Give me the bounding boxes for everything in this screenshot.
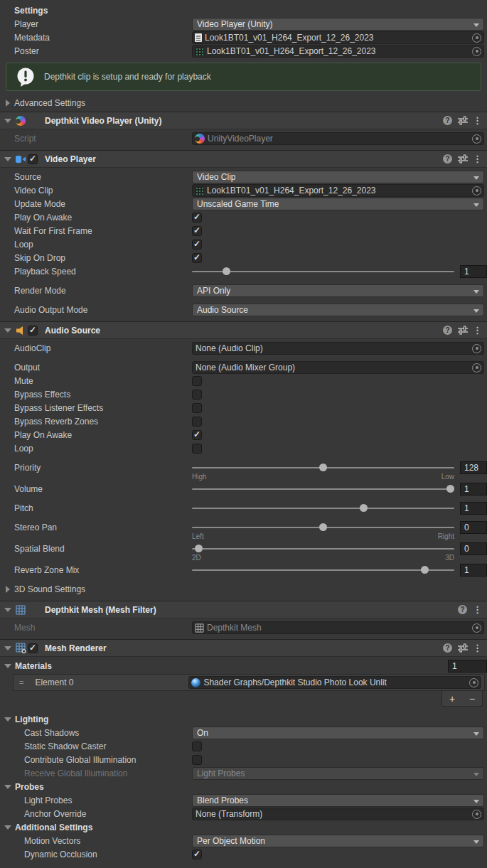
foldout-open-icon[interactable]	[4, 825, 11, 830]
cast-shadows-dropdown[interactable]: On	[192, 727, 484, 739]
foldout-open-icon[interactable]	[4, 157, 11, 161]
foldout-label[interactable]: Additional Settings	[15, 823, 92, 832]
kebab-icon[interactable]: ⋮	[472, 643, 483, 653]
kebab-icon[interactable]: ⋮	[472, 154, 483, 164]
presets-icon[interactable]	[457, 115, 468, 126]
object-picker-icon[interactable]	[472, 47, 481, 56]
slider-track[interactable]	[192, 488, 454, 490]
object-picker-icon[interactable]	[472, 623, 481, 633]
remove-element-button[interactable]: −	[465, 694, 479, 704]
slider-track[interactable]	[192, 569, 454, 571]
presets-icon[interactable]	[457, 325, 468, 336]
slider-track[interactable]	[192, 548, 454, 550]
help-icon[interactable]: ?	[442, 115, 453, 126]
component-header[interactable]: Depthkit Video Player (Unity)?⋮	[0, 112, 487, 129]
foldout-open-icon[interactable]	[4, 664, 11, 668]
loop-checkbox[interactable]	[192, 240, 202, 250]
kebab-icon[interactable]: ⋮	[472, 604, 483, 615]
bypass-listener-effects-checkbox[interactable]	[192, 403, 202, 413]
object-picker-icon[interactable]	[472, 186, 481, 195]
foldout-open-icon[interactable]	[4, 328, 11, 333]
motion-vectors-dropdown[interactable]: Per Object Motion	[192, 835, 484, 847]
slider-handle[interactable]	[319, 464, 327, 471]
component-enabled-checkbox[interactable]	[28, 326, 38, 336]
wait-for-first-frame-checkbox[interactable]	[192, 226, 202, 236]
help-icon[interactable]: ?	[457, 604, 468, 615]
light-probes-dropdown[interactable]: Blend Probes	[192, 794, 484, 807]
add-element-button[interactable]: +	[445, 694, 459, 704]
component-header[interactable]: Mesh Renderer?⋮	[0, 640, 487, 657]
update-mode-dropdown[interactable]: Unscaled Game Time	[192, 198, 484, 210]
volume-value-field[interactable]: 1	[460, 483, 487, 495]
foldout-label[interactable]: Lighting	[15, 714, 48, 724]
spatial-blend-value-field[interactable]: 0	[460, 542, 487, 555]
skip-on-drop-checkbox[interactable]	[192, 253, 202, 263]
slider-handle[interactable]	[319, 523, 327, 531]
foldout-open-icon[interactable]	[4, 785, 11, 789]
slider-handle[interactable]	[360, 504, 368, 512]
play-on-awake-checkbox[interactable]	[192, 213, 202, 223]
component-header[interactable]: Video Player?⋮	[0, 151, 487, 168]
array-size-field[interactable]: 1	[448, 660, 487, 673]
foldout-open-icon[interactable]	[4, 646, 11, 650]
component-enabled-checkbox[interactable]	[28, 643, 38, 653]
material-object-field[interactable]: Shader Graphs/Depthkit Studio Photo Look…	[188, 676, 481, 689]
spatial-blend-slider[interactable]: 2D3D	[192, 542, 454, 555]
presets-icon[interactable]	[457, 154, 468, 164]
foldout-label[interactable]: 3D Sound Settings	[14, 584, 85, 594]
object-picker-icon[interactable]	[469, 678, 478, 687]
stereo-pan-slider[interactable]: LeftRight	[192, 521, 454, 534]
slider-handle[interactable]	[421, 566, 429, 574]
foldout-open-icon[interactable]	[4, 119, 11, 123]
slider-handle[interactable]	[195, 545, 203, 552]
audioclip-object-field[interactable]: None (Audio Clip)	[192, 342, 484, 355]
help-icon[interactable]: ?	[442, 643, 453, 653]
object-picker-icon[interactable]	[472, 363, 481, 373]
foldout-open-icon[interactable]	[4, 608, 11, 612]
foldout-closed-icon[interactable]	[6, 586, 10, 593]
metadata-object-field[interactable]: Look1BT01_v01_H264_Export_12_26_2023	[192, 31, 484, 44]
foldout-label[interactable]: Probes	[15, 782, 44, 792]
pitch-value-field[interactable]: 1	[460, 502, 487, 515]
bypass-effects-checkbox[interactable]	[192, 390, 202, 400]
priority-slider[interactable]: HighLow	[192, 461, 454, 474]
render-mode-dropdown[interactable]: API Only	[192, 284, 484, 297]
component-enabled-checkbox[interactable]	[28, 154, 38, 164]
slider-handle[interactable]	[446, 485, 454, 493]
contribute-global-illumination-checkbox[interactable]	[192, 755, 202, 765]
anchor-override-object-field[interactable]: None (Transform)	[192, 808, 484, 820]
volume-slider[interactable]	[192, 483, 454, 495]
playback-speed-value-field[interactable]: 1	[460, 265, 487, 278]
bypass-reverb-zones-checkbox[interactable]	[192, 417, 202, 427]
object-picker-icon[interactable]	[472, 33, 481, 43]
object-picker-icon[interactable]	[472, 134, 481, 144]
player-dropdown[interactable]: Video Player (Unity)	[192, 18, 484, 31]
presets-icon[interactable]	[457, 643, 468, 653]
foldout-open-icon[interactable]	[4, 717, 11, 722]
play-on-awake-checkbox[interactable]	[192, 430, 202, 440]
slider-track[interactable]	[192, 271, 454, 272]
stereo-pan-value-field[interactable]: 0	[460, 521, 487, 534]
video-clip-object-field[interactable]: Look1BT01_v01_H264_Export_12_26_2023	[192, 184, 484, 197]
advanced-settings-foldout[interactable]: Advanced Settings	[0, 97, 487, 109]
output-object-field[interactable]: None (Audio Mixer Group)	[192, 361, 484, 374]
mute-checkbox[interactable]	[192, 376, 202, 386]
priority-value-field[interactable]: 128	[460, 461, 487, 474]
component-header[interactable]: Audio Source?⋮	[0, 322, 487, 339]
slider-handle[interactable]	[223, 267, 230, 275]
help-icon[interactable]: ?	[442, 154, 453, 164]
pitch-slider[interactable]	[192, 502, 454, 515]
audio-output-mode-dropdown[interactable]: Audio Source	[192, 304, 484, 316]
reverb-zone-mix-slider[interactable]	[192, 564, 454, 577]
help-icon[interactable]: ?	[442, 325, 453, 336]
source-dropdown[interactable]: Video Clip	[192, 171, 484, 183]
static-shadow-caster-checkbox[interactable]	[192, 741, 202, 751]
component-header[interactable]: Depthkit Mesh (Mesh Filter)?⋮	[0, 601, 487, 618]
reverb-zone-mix-value-field[interactable]: 1	[460, 564, 487, 577]
loop-checkbox[interactable]	[192, 444, 202, 454]
kebab-icon[interactable]: ⋮	[472, 115, 483, 126]
poster-object-field[interactable]: Look1BT01_v01_H264_Export_12_26_2023	[192, 45, 484, 58]
object-picker-icon[interactable]	[472, 344, 481, 353]
kebab-icon[interactable]: ⋮	[472, 325, 483, 336]
slider-track[interactable]	[192, 508, 454, 509]
